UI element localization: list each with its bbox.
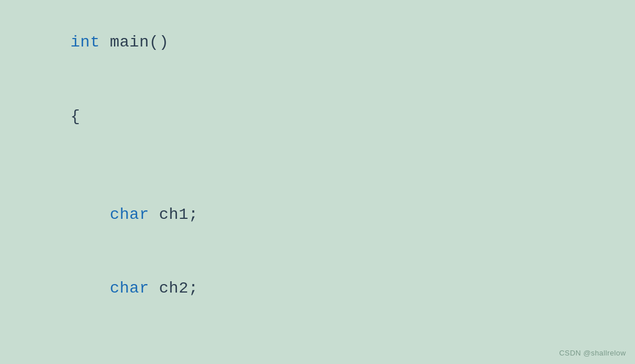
keyword-int: int: [70, 33, 100, 51]
code-block: int main() { char ch1; char ch2; scanf(“…: [11, 6, 624, 364]
code-line-1: int main(): [11, 6, 624, 79]
code-line-3: [11, 153, 624, 177]
code-container: int main() { char ch1; char ch2; scanf(“…: [0, 0, 635, 364]
code-line-5: char ch2;: [11, 252, 624, 325]
code-line-6: [11, 325, 624, 350]
code-line-4: char ch1;: [11, 178, 624, 252]
keyword-char-1: char: [110, 206, 149, 223]
keyword-char-2: char: [110, 280, 149, 297]
watermark: CSDN @shallrelow: [559, 349, 626, 357]
code-line-2: {: [11, 79, 624, 153]
code-line-7: scanf(“%c%c”, &ch1, &ch2);: [11, 350, 624, 364]
